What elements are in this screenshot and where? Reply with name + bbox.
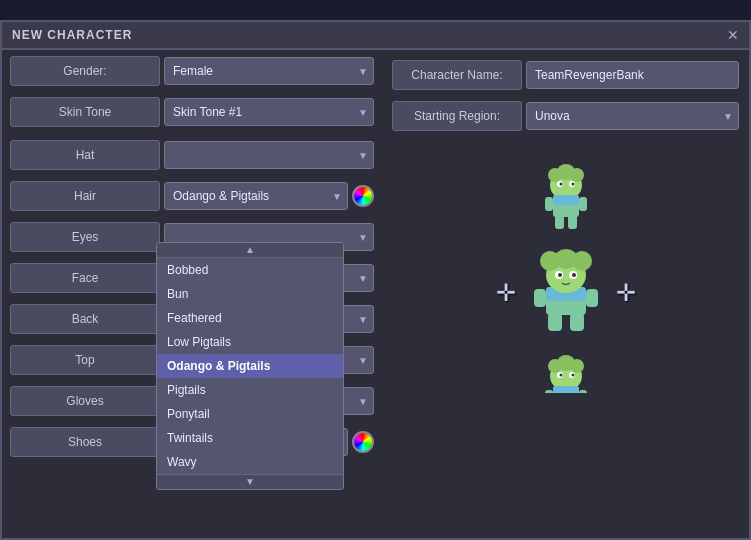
hat-select[interactable]: Cap xyxy=(164,141,374,169)
dropdown-item-bun[interactable]: Bun xyxy=(157,282,343,306)
svg-rect-9 xyxy=(545,197,553,211)
svg-point-7 xyxy=(559,183,562,186)
close-button[interactable]: ✕ xyxy=(727,28,739,42)
right-nav-arrow[interactable]: ✛ xyxy=(616,279,636,307)
svg-point-35 xyxy=(559,374,562,377)
shoes-color-picker[interactable] xyxy=(352,431,374,453)
starting-region-wrap: Unova Kanto Johto ▼ xyxy=(526,102,739,130)
hair-color-picker[interactable] xyxy=(352,185,374,207)
hat-label: Hat xyxy=(10,140,160,170)
gender-select-wrap: Female Male ▼ xyxy=(164,57,374,85)
svg-rect-10 xyxy=(579,197,587,211)
svg-rect-25 xyxy=(586,289,598,307)
modal-header: NEW CHARACTER ✕ xyxy=(2,22,749,50)
modal-title: NEW CHARACTER xyxy=(12,28,132,42)
hair-select-wrap: Odango & Pigtails ▼ xyxy=(164,182,348,210)
svg-rect-11 xyxy=(555,215,564,229)
skin-tone-select[interactable]: Skin Tone #1 Skin Tone #2 xyxy=(164,98,374,126)
skin-tone-select-wrap: Skin Tone #1 Skin Tone #2 ▼ xyxy=(164,98,374,126)
svg-rect-24 xyxy=(534,289,546,307)
dropdown-item-twintails[interactable]: Twintails xyxy=(157,426,343,450)
dropdown-item-wavy[interactable]: Wavy xyxy=(157,450,343,474)
svg-rect-41 xyxy=(553,386,579,393)
gender-row: Gender: Female Male ▼ xyxy=(10,56,374,86)
left-nav-arrow[interactable]: ✛ xyxy=(496,279,516,307)
svg-rect-12 xyxy=(568,215,577,229)
dropdown-item-pigtails[interactable]: Pigtails xyxy=(157,378,343,402)
character-sprite-top xyxy=(531,157,601,237)
svg-rect-37 xyxy=(545,390,553,393)
svg-rect-13 xyxy=(553,195,579,205)
character-sprite-main xyxy=(526,245,606,340)
gender-label: Gender: xyxy=(10,56,160,86)
face-label: Face xyxy=(10,263,160,293)
main-content: Gender: Female Male ▼ Skin Tone xyxy=(2,50,749,532)
skin-tone-row: Skin Tone Skin Tone #1 Skin Tone #2 ▼ xyxy=(10,97,374,127)
starting-region-select[interactable]: Unova Kanto Johto xyxy=(526,102,739,130)
dropdown-item-ponytail[interactable]: Ponytail xyxy=(157,402,343,426)
svg-point-32 xyxy=(557,355,575,371)
starting-region-row: Starting Region: Unova Kanto Johto ▼ xyxy=(392,101,739,131)
hat-select-wrap: Cap ▼ xyxy=(164,141,374,169)
char-name-row: Character Name: xyxy=(392,60,739,90)
svg-point-23 xyxy=(572,273,576,277)
hair-row: Hair Odango & Pigtails ▼ xyxy=(10,181,374,211)
character-sprite-bottom xyxy=(531,348,601,393)
char-options-panel: Gender: Female Male ▼ Skin Tone xyxy=(2,50,382,532)
back-label: Back xyxy=(10,304,160,334)
gloves-label: Gloves xyxy=(10,386,160,416)
starting-region-label: Starting Region: xyxy=(392,101,522,131)
shoes-label: Shoes xyxy=(10,427,160,457)
dropdown-item-feathered[interactable]: Feathered xyxy=(157,306,343,330)
hair-select[interactable]: Odango & Pigtails xyxy=(164,182,348,210)
dropdown-item-odango[interactable]: Odango & Pigtails xyxy=(157,354,343,378)
svg-rect-27 xyxy=(570,313,584,331)
eyes-label: Eyes xyxy=(10,222,160,252)
top-sprite-container xyxy=(531,157,601,237)
dropdown-item-bobbed[interactable]: Bobbed xyxy=(157,258,343,282)
scroll-down-indicator: ▼ xyxy=(157,474,343,489)
char-name-label: Character Name: xyxy=(392,60,522,90)
preview-panel: Character Name: Starting Region: Unova K… xyxy=(382,50,749,532)
char-name-input[interactable] xyxy=(526,61,739,89)
svg-point-4 xyxy=(557,164,575,180)
bottom-sprite-container xyxy=(531,348,601,393)
svg-rect-38 xyxy=(579,390,587,393)
middle-sprite-row: ✛ xyxy=(496,245,636,340)
svg-point-22 xyxy=(558,273,562,277)
skin-tone-label: Skin Tone xyxy=(10,97,160,127)
new-character-modal: NEW CHARACTER ✕ Gender: Female Male ▼ xyxy=(0,20,751,540)
dropdown-item-low-pigtails[interactable]: Low Pigtails xyxy=(157,330,343,354)
hair-dropdown: ▲ Bobbed Bun Feathered Low Pigtails Odan… xyxy=(156,242,344,490)
hair-label: Hair xyxy=(10,181,160,211)
svg-point-19 xyxy=(554,249,578,269)
gender-select[interactable]: Female Male xyxy=(164,57,374,85)
top-label: Top xyxy=(10,345,160,375)
top-form-rows: Gender: Female Male ▼ Skin Tone xyxy=(10,56,374,133)
scroll-up-indicator: ▲ xyxy=(157,243,343,258)
hat-row: Hat Cap ▼ xyxy=(10,140,374,170)
svg-point-36 xyxy=(571,374,574,377)
svg-rect-26 xyxy=(548,313,562,331)
svg-point-8 xyxy=(571,183,574,186)
